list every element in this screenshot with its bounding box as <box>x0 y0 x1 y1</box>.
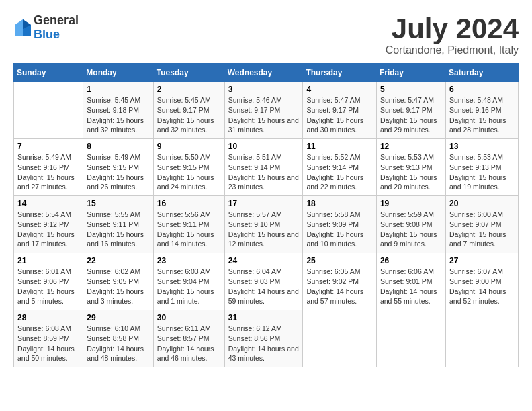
day-number: 4 <box>306 85 373 94</box>
day-info: Sunrise: 6:07 AMSunset: 9:00 PMDaylight:… <box>449 267 515 306</box>
header-saturday: Saturday <box>445 64 518 82</box>
header-monday: Monday <box>83 64 153 82</box>
header-wednesday: Wednesday <box>224 64 303 82</box>
logo: General Blue <box>13 13 79 42</box>
day-cell: 22 Sunrise: 6:02 AMSunset: 9:05 PMDaylig… <box>83 253 153 310</box>
day-info: Sunrise: 5:59 AMSunset: 9:08 PMDaylight:… <box>380 210 442 249</box>
day-cell: 27 Sunrise: 6:07 AMSunset: 9:00 PMDaylig… <box>445 253 518 310</box>
day-cell: 4 Sunrise: 5:47 AMSunset: 9:17 PMDayligh… <box>303 82 377 139</box>
day-cell: 25 Sunrise: 6:05 AMSunset: 9:02 PMDaylig… <box>303 253 377 310</box>
header-friday: Friday <box>376 64 445 82</box>
calendar-table: SundayMondayTuesdayWednesdayThursdayFrid… <box>13 63 519 367</box>
day-info: Sunrise: 5:50 AMSunset: 9:15 PMDaylight:… <box>157 152 221 192</box>
day-cell: 30 Sunrise: 6:11 AMSunset: 8:57 PMDaylig… <box>153 310 224 367</box>
day-number: 20 <box>449 199 515 208</box>
day-number: 30 <box>157 313 221 322</box>
day-info: Sunrise: 5:52 AMSunset: 9:14 PMDaylight:… <box>306 152 373 192</box>
day-number: 27 <box>449 256 515 265</box>
day-number: 3 <box>228 85 300 94</box>
month-title: July 2024 <box>386 13 519 44</box>
day-info: Sunrise: 5:58 AMSunset: 9:09 PMDaylight:… <box>306 210 373 249</box>
day-info: Sunrise: 6:05 AMSunset: 9:02 PMDaylight:… <box>306 267 373 306</box>
logo-text: General Blue <box>34 13 79 42</box>
day-cell: 2 Sunrise: 5:45 AMSunset: 9:17 PMDayligh… <box>153 82 224 139</box>
day-number: 12 <box>380 142 442 151</box>
day-info: Sunrise: 5:45 AMSunset: 9:18 PMDaylight:… <box>87 95 149 135</box>
day-cell: 28 Sunrise: 6:08 AMSunset: 8:59 PMDaylig… <box>14 310 83 367</box>
day-number: 8 <box>87 142 149 151</box>
day-cell: 9 Sunrise: 5:50 AMSunset: 9:15 PMDayligh… <box>153 139 224 196</box>
week-row-4: 21 Sunrise: 6:01 AMSunset: 9:06 PMDaylig… <box>14 253 519 310</box>
day-info: Sunrise: 5:49 AMSunset: 9:16 PMDaylight:… <box>17 152 79 192</box>
location-title: Cortandone, Piedmont, Italy <box>386 44 519 56</box>
logo-blue: Blue <box>34 28 60 41</box>
day-cell: 23 Sunrise: 6:03 AMSunset: 9:04 PMDaylig… <box>153 253 224 310</box>
header-row: SundayMondayTuesdayWednesdayThursdayFrid… <box>14 64 519 82</box>
day-number: 18 <box>306 199 373 208</box>
day-info: Sunrise: 6:02 AMSunset: 9:05 PMDaylight:… <box>87 267 149 306</box>
day-cell: 11 Sunrise: 5:52 AMSunset: 9:14 PMDaylig… <box>303 139 377 196</box>
day-number: 19 <box>380 199 442 208</box>
day-number: 11 <box>306 142 373 151</box>
day-cell: 21 Sunrise: 6:01 AMSunset: 9:06 PMDaylig… <box>14 253 83 310</box>
day-info: Sunrise: 6:06 AMSunset: 9:01 PMDaylight:… <box>380 267 442 306</box>
header-sunday: Sunday <box>14 64 83 82</box>
day-number: 26 <box>380 256 442 265</box>
day-info: Sunrise: 5:47 AMSunset: 9:17 PMDaylight:… <box>306 95 373 135</box>
day-info: Sunrise: 6:00 AMSunset: 9:07 PMDaylight:… <box>449 210 515 249</box>
logo-general: General <box>34 13 79 27</box>
day-cell: 1 Sunrise: 5:45 AMSunset: 9:18 PMDayligh… <box>83 82 153 139</box>
header-thursday: Thursday <box>303 64 377 82</box>
day-info: Sunrise: 5:49 AMSunset: 9:15 PMDaylight:… <box>87 152 149 192</box>
day-cell <box>445 310 518 367</box>
day-info: Sunrise: 6:04 AMSunset: 9:03 PMDaylight:… <box>228 267 300 306</box>
day-cell: 16 Sunrise: 5:56 AMSunset: 9:11 PMDaylig… <box>153 196 224 253</box>
day-cell: 17 Sunrise: 5:57 AMSunset: 9:10 PMDaylig… <box>224 196 303 253</box>
day-number: 13 <box>449 142 515 151</box>
day-cell: 19 Sunrise: 5:59 AMSunset: 9:08 PMDaylig… <box>376 196 445 253</box>
day-number: 29 <box>87 313 149 322</box>
day-cell: 6 Sunrise: 5:48 AMSunset: 9:16 PMDayligh… <box>445 82 518 139</box>
day-number: 6 <box>449 85 515 94</box>
day-info: Sunrise: 5:56 AMSunset: 9:11 PMDaylight:… <box>157 210 221 249</box>
day-cell: 29 Sunrise: 6:10 AMSunset: 8:58 PMDaylig… <box>83 310 153 367</box>
day-cell: 26 Sunrise: 6:06 AMSunset: 9:01 PMDaylig… <box>376 253 445 310</box>
day-cell: 12 Sunrise: 5:53 AMSunset: 9:13 PMDaylig… <box>376 139 445 196</box>
day-cell: 8 Sunrise: 5:49 AMSunset: 9:15 PMDayligh… <box>83 139 153 196</box>
day-number: 23 <box>157 256 221 265</box>
day-cell: 24 Sunrise: 6:04 AMSunset: 9:03 PMDaylig… <box>224 253 303 310</box>
title-block: July 2024 Cortandone, Piedmont, Italy <box>386 13 519 56</box>
day-cell: 20 Sunrise: 6:00 AMSunset: 9:07 PMDaylig… <box>445 196 518 253</box>
day-number: 2 <box>157 85 221 94</box>
day-number: 10 <box>228 142 300 151</box>
day-info: Sunrise: 5:53 AMSunset: 9:13 PMDaylight:… <box>380 152 442 192</box>
day-number: 15 <box>87 199 149 208</box>
day-number: 14 <box>17 199 79 208</box>
day-info: Sunrise: 6:03 AMSunset: 9:04 PMDaylight:… <box>157 267 221 306</box>
day-info: Sunrise: 5:45 AMSunset: 9:17 PMDaylight:… <box>157 95 221 135</box>
week-row-1: 1 Sunrise: 5:45 AMSunset: 9:18 PMDayligh… <box>14 82 519 139</box>
day-info: Sunrise: 6:11 AMSunset: 8:57 PMDaylight:… <box>157 324 221 363</box>
day-number: 16 <box>157 199 221 208</box>
day-number: 31 <box>228 313 300 322</box>
day-number: 9 <box>157 142 221 151</box>
day-info: Sunrise: 5:46 AMSunset: 9:17 PMDaylight:… <box>228 95 300 135</box>
logo-icon <box>13 18 32 37</box>
week-row-5: 28 Sunrise: 6:08 AMSunset: 8:59 PMDaylig… <box>14 310 519 367</box>
day-number: 21 <box>17 256 79 265</box>
day-number: 17 <box>228 199 300 208</box>
day-cell: 14 Sunrise: 5:54 AMSunset: 9:12 PMDaylig… <box>14 196 83 253</box>
day-cell <box>14 82 83 139</box>
day-number: 1 <box>87 85 149 94</box>
day-cell: 31 Sunrise: 6:12 AMSunset: 8:56 PMDaylig… <box>224 310 303 367</box>
day-info: Sunrise: 6:12 AMSunset: 8:56 PMDaylight:… <box>228 324 300 363</box>
day-cell: 18 Sunrise: 5:58 AMSunset: 9:09 PMDaylig… <box>303 196 377 253</box>
day-number: 28 <box>17 313 79 322</box>
day-cell: 15 Sunrise: 5:55 AMSunset: 9:11 PMDaylig… <box>83 196 153 253</box>
header-tuesday: Tuesday <box>153 64 224 82</box>
day-number: 25 <box>306 256 373 265</box>
day-info: Sunrise: 5:48 AMSunset: 9:16 PMDaylight:… <box>449 95 515 135</box>
page-header: General Blue July 2024 Cortandone, Piedm… <box>13 13 519 56</box>
day-info: Sunrise: 5:51 AMSunset: 9:14 PMDaylight:… <box>228 152 300 192</box>
day-info: Sunrise: 6:08 AMSunset: 8:59 PMDaylight:… <box>17 324 79 363</box>
